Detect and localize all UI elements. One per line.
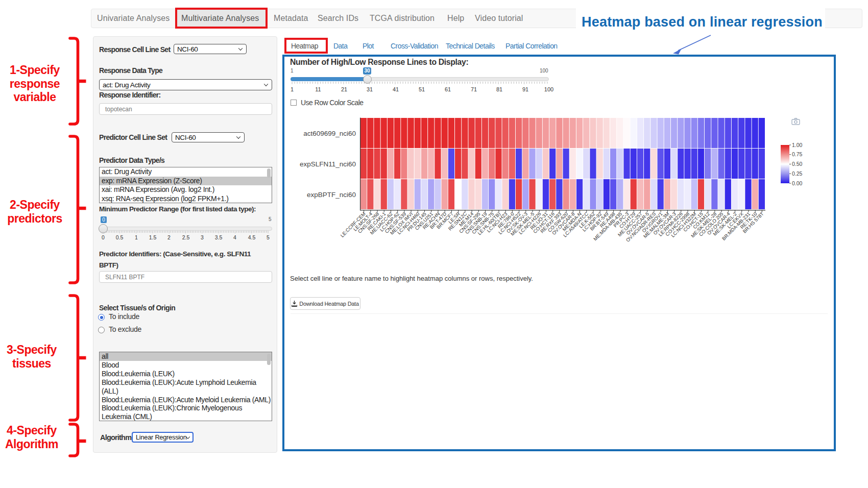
svg-text:expSLFN11_nci60: expSLFN11_nci60 xyxy=(300,160,356,168)
svg-text:0.50: 0.50 xyxy=(792,161,803,167)
svg-text:0.25: 0.25 xyxy=(792,170,803,177)
svg-text:act609699_nci60: act609699_nci60 xyxy=(303,130,356,137)
svg-text:0.75: 0.75 xyxy=(792,151,803,157)
svg-text:1.00: 1.00 xyxy=(792,142,803,148)
svg-text:expBPTF_nci60: expBPTF_nci60 xyxy=(307,191,356,199)
svg-text:0.00: 0.00 xyxy=(792,180,803,186)
